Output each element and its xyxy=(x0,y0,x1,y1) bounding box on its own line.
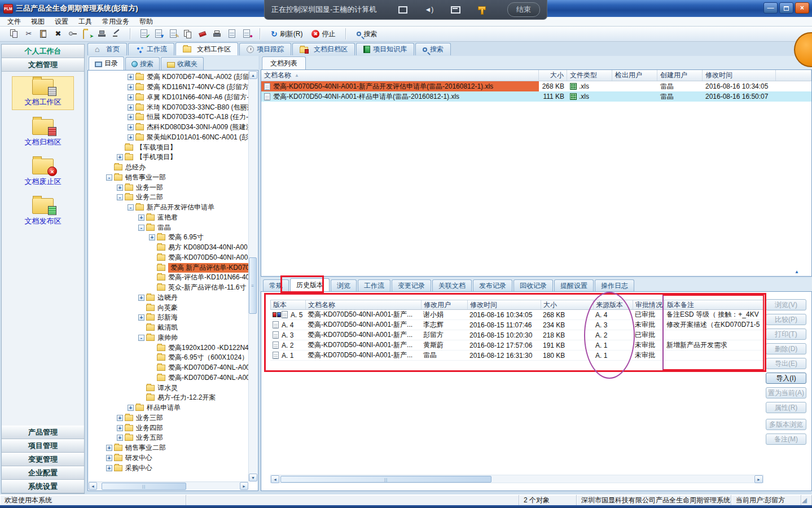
tree-hscroll-thumb[interactable]: || xyxy=(102,483,186,490)
paste-icon[interactable] xyxy=(37,28,50,40)
tab-发布记录[interactable]: 发布记录 xyxy=(473,279,512,291)
tree-node[interactable]: +聚美灿KD101A01-60NC-A001 (彭才 xyxy=(88,133,248,143)
sidebar-item[interactable]: 文档归档区 xyxy=(12,117,74,150)
expander-plus-icon[interactable]: + xyxy=(117,425,123,431)
eraser-icon[interactable] xyxy=(196,28,209,40)
tree-horizontal-scrollbar[interactable]: ◄ || ► xyxy=(89,481,248,490)
history-row[interactable]: A. 4爱高-KD070D50-40NI-A001-新产...李志辉2016-0… xyxy=(270,320,763,330)
tree-node[interactable]: 爱高-KD070D67-40NL-A001- xyxy=(88,363,248,373)
history-column-header[interactable]: 修改时间 xyxy=(468,300,541,309)
tree-node[interactable]: +研发中心 xyxy=(88,453,248,463)
checkin-icon[interactable]: ✔ xyxy=(137,28,151,40)
tree-node[interactable]: +爱高 6.95寸 xyxy=(88,233,248,243)
expander-plus-icon[interactable]: + xyxy=(128,94,134,100)
sidebar-section-header[interactable]: 系统设置 xyxy=(2,480,84,493)
tree-node[interactable]: +恒晨 KD070D33-40TC-A18 (任力-2 xyxy=(88,112,248,122)
key-icon[interactable] xyxy=(66,28,80,40)
expander-plus-icon[interactable]: + xyxy=(117,435,123,441)
history-row[interactable]: A. 5爱高-KD070D50-40NI-A001-新产...谢小娟2016-0… xyxy=(270,310,763,320)
menu-item[interactable]: 常用业务 xyxy=(97,16,134,27)
tree-node[interactable]: +业务一部 xyxy=(88,182,248,192)
tree-node[interactable]: -康帅帅 xyxy=(88,333,248,343)
expander-minus-icon[interactable]: - xyxy=(138,335,144,341)
history-column-header[interactable]: 修改用户 xyxy=(422,300,468,309)
tab-文档工作区[interactable]: 文档工作区 xyxy=(175,42,238,55)
edit-doc-icon[interactable]: ✎ xyxy=(166,28,180,40)
tree-node[interactable]: 爱高 新产品评估单-KD070 xyxy=(88,262,248,273)
doc-column-header[interactable]: 文档名称▲ xyxy=(261,70,539,81)
expander-minus-icon[interactable]: - xyxy=(117,194,123,200)
menu-item[interactable]: 工具 xyxy=(73,16,97,27)
expander-plus-icon[interactable]: + xyxy=(128,124,134,130)
resize-grip-icon[interactable]: ◢ xyxy=(801,495,812,505)
tab-首页[interactable]: ⌂首页 xyxy=(87,43,127,55)
expander-plus-icon[interactable]: + xyxy=(128,84,134,90)
tree-vscroll-thumb[interactable]: ≡ xyxy=(249,257,257,314)
menu-item[interactable]: 视图 xyxy=(26,16,50,27)
tree-node[interactable]: 爱高1920x1200 -KD122N4- xyxy=(88,343,248,353)
history-column-header[interactable]: 大小 xyxy=(541,300,594,309)
scroll-left-icon[interactable]: ◄ xyxy=(89,482,97,490)
tree-node[interactable]: -业务二部 xyxy=(88,192,248,203)
sign-icon[interactable] xyxy=(110,28,124,40)
doc-column-header[interactable]: 大小 xyxy=(539,70,567,81)
tab-收藏夹[interactable]: 收藏夹 xyxy=(161,57,204,70)
menu-item[interactable]: 设置 xyxy=(50,16,73,27)
sidebar-item[interactable]: 文档工作区 xyxy=(12,76,74,110)
expander-plus-icon[interactable]: + xyxy=(128,104,134,111)
download-icon[interactable]: ▼ xyxy=(152,28,165,40)
stamp-icon[interactable] xyxy=(95,28,109,40)
expander-plus-icon[interactable]: + xyxy=(117,185,123,191)
scroll-right-icon[interactable]: ► xyxy=(240,482,248,490)
history-horizontal-scrollbar[interactable]: ◄ || ► xyxy=(270,475,763,483)
toolbar-search-button[interactable]: 搜索 xyxy=(352,28,381,40)
refresh-button[interactable]: ↻刷新(R) xyxy=(266,28,307,40)
doc-list-icon[interactable] xyxy=(225,28,239,40)
toolbox-icon[interactable] xyxy=(451,6,460,14)
minimize-button[interactable]: — xyxy=(763,2,778,14)
history-column-header[interactable]: 来源版本 xyxy=(594,300,633,309)
tree-node[interactable]: -新产品开发评估申请单 xyxy=(88,203,248,213)
scroll-indicator-icon[interactable]: ▲ xyxy=(795,269,799,274)
speaker-icon[interactable]: ◄) xyxy=(424,6,433,14)
expander-plus-icon[interactable]: + xyxy=(128,134,134,141)
tree-node[interactable]: -销售事业一部 xyxy=(88,173,248,183)
history-row[interactable]: A. 1爱高-KD070D50-40NI-A001-新产...雷晶2016-08… xyxy=(270,351,763,361)
sidebar-section-header[interactable]: 企业配置 xyxy=(2,466,84,480)
history-column-header[interactable]: 审批情况 xyxy=(633,300,665,309)
tree-node[interactable]: +销售事业二部 xyxy=(88,443,248,453)
scroll-left-icon[interactable]: ◄ xyxy=(271,475,279,483)
tree-node[interactable]: 戴清凯 xyxy=(88,323,248,333)
expander-plus-icon[interactable]: + xyxy=(106,455,112,461)
tree-node[interactable]: +业务五部 xyxy=(88,433,248,443)
tab-浏览[interactable]: 浏览 xyxy=(331,279,357,291)
sidebar-item[interactable]: 文档发布区 xyxy=(12,196,74,229)
tab-历史版本[interactable]: 历史版本 xyxy=(290,278,330,291)
sidebar-section-header[interactable]: 个人工作台 xyxy=(2,45,84,58)
tree-node[interactable]: -雷晶 xyxy=(88,222,248,233)
history-column-header[interactable]: 版本 xyxy=(271,300,306,309)
expander-plus-icon[interactable]: + xyxy=(128,74,134,80)
tab-项目跟踪[interactable]: 项目跟踪 xyxy=(239,43,291,55)
tree-node[interactable]: 向英豪 xyxy=(88,303,248,313)
doc-clock-icon[interactable]: ● xyxy=(240,28,253,40)
scroll-down-icon[interactable]: ▼ xyxy=(249,474,257,481)
tab-操作日志[interactable]: 操作日志 xyxy=(595,279,634,291)
tree-node[interactable]: +蓝艳君 xyxy=(88,213,248,223)
copy-doc-icon[interactable] xyxy=(181,28,195,40)
history-column-header[interactable]: 版本备注 xyxy=(665,300,764,309)
expander-plus-icon[interactable]: + xyxy=(138,295,144,301)
print-icon[interactable] xyxy=(210,28,224,40)
tree-node[interactable]: 英众-新产品评估单-11.6寸 xyxy=(88,283,248,293)
tab-变更记录[interactable]: 变更记录 xyxy=(392,279,431,291)
sidebar-section-header[interactable]: 文档管理 xyxy=(2,58,84,72)
expander-minus-icon[interactable]: - xyxy=(138,225,144,231)
tab-document-list[interactable]: 文档列表 xyxy=(262,56,306,69)
end-session-button[interactable]: 结束 xyxy=(507,2,540,17)
tree-node[interactable]: 爱高-评估单-KD101N66-40 xyxy=(88,273,248,283)
close-button[interactable]: × xyxy=(795,2,809,14)
tree-node[interactable]: +爱高 KD070D67-40NL-A002 (彭留 xyxy=(88,72,248,82)
history-row[interactable]: A. 3爱高-KD070D50-40NI-A001-新产...彭留方2016-0… xyxy=(270,330,763,340)
cut-icon[interactable]: ✂ xyxy=(22,28,36,40)
doc-column-header[interactable]: 修改时间 xyxy=(703,70,776,81)
